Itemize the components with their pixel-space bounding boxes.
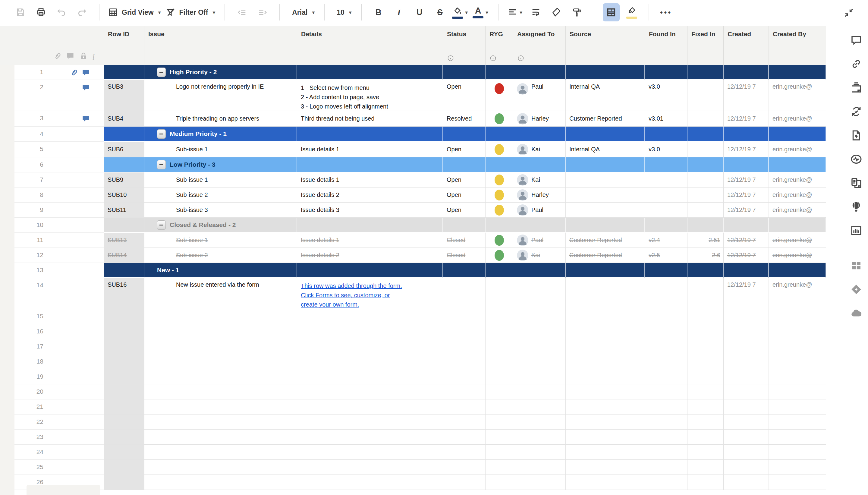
- cell-issue[interactable]: New issue entered via the form: [144, 278, 297, 309]
- paperclip-icon[interactable]: [69, 68, 79, 77]
- column-header-details[interactable]: Details: [297, 26, 443, 65]
- cell-fixed[interactable]: [688, 157, 724, 172]
- cell-rowid[interactable]: [104, 324, 144, 339]
- cell-status[interactable]: Closed: [443, 248, 486, 263]
- row-number[interactable]: 11: [15, 236, 44, 243]
- cell-ryg[interactable]: [486, 65, 513, 80]
- cell-ryg[interactable]: [486, 475, 513, 490]
- cell-details[interactable]: [297, 65, 443, 80]
- cell-createdby[interactable]: erin.greunke@: [769, 203, 826, 218]
- cell-assigned[interactable]: Paul: [513, 203, 566, 218]
- cell-createdby[interactable]: erin.greunke@: [769, 188, 826, 203]
- cell-fixed[interactable]: [688, 354, 724, 369]
- cell-status[interactable]: Open: [443, 188, 486, 203]
- cell-assigned[interactable]: [513, 263, 566, 278]
- redo-button[interactable]: [73, 3, 90, 21]
- cell-issue[interactable]: New - 1: [144, 263, 297, 278]
- cell-ryg[interactable]: [486, 339, 513, 354]
- cell-assigned[interactable]: [513, 126, 566, 142]
- cell-rowid[interactable]: [104, 385, 144, 399]
- cell-found[interactable]: [645, 188, 688, 203]
- row-number[interactable]: 23: [15, 433, 44, 441]
- cell-status[interactable]: [443, 399, 486, 414]
- cell-details[interactable]: This row was added through the form.Clic…: [297, 278, 443, 309]
- cell-found[interactable]: [645, 460, 688, 475]
- cell-source[interactable]: [566, 65, 645, 80]
- cell-fixed[interactable]: [688, 278, 724, 309]
- cell-ryg[interactable]: [486, 157, 513, 172]
- cell-ryg[interactable]: [486, 278, 513, 309]
- cell-issue[interactable]: Sub-issue 2: [144, 188, 297, 203]
- comment-icon[interactable]: [81, 114, 90, 123]
- cell-fixed[interactable]: [688, 460, 724, 475]
- row-number[interactable]: 4: [15, 130, 44, 137]
- column-header-issue[interactable]: Issue: [144, 26, 297, 65]
- row-number[interactable]: 16: [15, 328, 44, 335]
- cell-createdby[interactable]: [769, 385, 826, 399]
- cell-createdby[interactable]: erin.greunke@: [769, 278, 826, 309]
- cell-fixed[interactable]: [688, 399, 724, 414]
- cell-found[interactable]: [645, 203, 688, 218]
- cell-ryg[interactable]: [486, 354, 513, 369]
- cell-found[interactable]: [645, 218, 688, 233]
- cell-found[interactable]: [645, 385, 688, 399]
- cell-details[interactable]: [297, 460, 443, 475]
- cell-created[interactable]: [724, 309, 769, 324]
- row-number[interactable]: 10: [15, 221, 44, 228]
- cell-fixed[interactable]: [688, 126, 724, 142]
- cell-created[interactable]: [724, 263, 769, 278]
- cell-rowid[interactable]: SUB16: [104, 278, 144, 309]
- cell-rowid[interactable]: SUB9: [104, 172, 144, 188]
- cell-source[interactable]: [566, 460, 645, 475]
- cell-assigned[interactable]: [513, 354, 566, 369]
- cell-status[interactable]: Open: [443, 172, 486, 188]
- cell-issue[interactable]: Sub-issue 1: [144, 172, 297, 188]
- cell-issue[interactable]: [144, 430, 297, 445]
- info-icon[interactable]: [517, 54, 524, 62]
- cell-status[interactable]: [443, 339, 486, 354]
- row-number[interactable]: 15: [15, 313, 44, 320]
- collapse-toggle[interactable]: [157, 220, 166, 230]
- cell-issue[interactable]: Sub-issue 1: [144, 233, 297, 248]
- cell-status[interactable]: Open: [443, 80, 486, 111]
- row-number[interactable]: 2: [15, 84, 44, 91]
- font-size-selector[interactable]: 10 ▼: [333, 3, 352, 21]
- form-link[interactable]: create your own form.: [301, 300, 402, 309]
- cell-status[interactable]: [443, 65, 486, 80]
- cell-ryg[interactable]: [486, 369, 513, 385]
- cell-source[interactable]: [566, 430, 645, 445]
- cell-issue[interactable]: [144, 369, 297, 385]
- row-number[interactable]: 25: [15, 463, 44, 471]
- cell-ryg[interactable]: [486, 430, 513, 445]
- cell-ryg[interactable]: [486, 111, 513, 126]
- cell-source[interactable]: [566, 278, 645, 309]
- cell-found[interactable]: [645, 339, 688, 354]
- cell-createdby[interactable]: erin.greunke@: [769, 142, 826, 157]
- cell-found[interactable]: [645, 430, 688, 445]
- strikethrough-button[interactable]: S: [432, 3, 449, 21]
- row-number[interactable]: 8: [15, 191, 44, 198]
- cell-details[interactable]: [297, 354, 443, 369]
- cell-rowid[interactable]: [104, 399, 144, 414]
- cell-status[interactable]: [443, 157, 486, 172]
- cell-issue[interactable]: Sub-issue 1: [144, 142, 297, 157]
- cell-createdby[interactable]: [769, 430, 826, 445]
- cell-source[interactable]: [566, 324, 645, 339]
- cell-assigned[interactable]: Harley: [513, 111, 566, 126]
- column-header-rowid[interactable]: Row ID: [104, 26, 144, 65]
- cell-createdby[interactable]: [769, 354, 826, 369]
- cell-details[interactable]: [297, 324, 443, 339]
- cell-createdby[interactable]: [769, 218, 826, 233]
- cell-details[interactable]: [297, 309, 443, 324]
- cell-assigned[interactable]: [513, 385, 566, 399]
- row-number[interactable]: 12: [15, 252, 44, 259]
- cell-details[interactable]: [297, 430, 443, 445]
- cell-issue[interactable]: [144, 309, 297, 324]
- cell-status[interactable]: Open: [443, 142, 486, 157]
- cell-fixed[interactable]: [688, 414, 724, 430]
- cell-source[interactable]: [566, 172, 645, 188]
- cell-status[interactable]: [443, 369, 486, 385]
- cell-created[interactable]: [724, 460, 769, 475]
- cell-assigned[interactable]: [513, 430, 566, 445]
- cell-found[interactable]: [645, 278, 688, 309]
